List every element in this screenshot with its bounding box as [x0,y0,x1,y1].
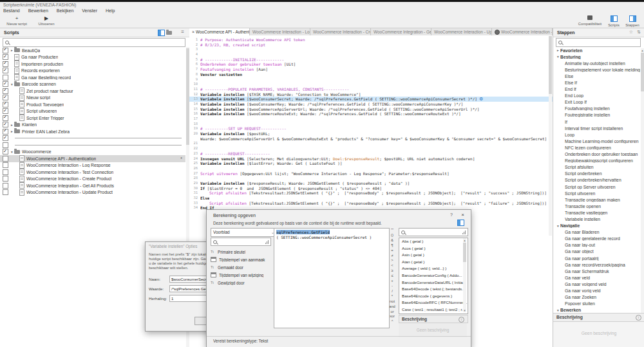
step-item-ga-naar-lay-out[interactable]: Ga naar lay-out [553,242,640,249]
scroll-up-icon[interactable]: ▴ [463,238,466,242]
tab-woocommerce-interaction-log[interactable]: WooCommerce Interaction - Log... [250,28,310,35]
step-item-variabele-instellen[interactable]: Variabele instellen [553,216,640,222]
function-item-base64decode-tekst-bestands[interactable]: Base64Decode ( tekst {; bestands... [399,286,468,293]
script-line[interactable]: 28 [189,176,553,181]
disclosure-triangle-icon[interactable]: ▸ [556,48,560,52]
favorite-star-icon[interactable]: ☆ [629,30,633,35]
calculation-editor[interactable]: sqlPreferences.GetField ( SETTING::wooCo… [274,228,390,328]
script-line[interactable]: 29Variabele instellen [$responseResult; … [189,181,553,186]
context-dropdown[interactable]: Voorblad ⌄ [211,228,276,237]
steps-search[interactable] [556,38,641,47]
include-checkbox[interactable] [3,81,8,87]
operator-[interactable]: - [392,284,393,289]
folder-item[interactable]: ▸BeautiQa [0,47,185,54]
step-item-onderbreken-door-gebruiker-toestaan[interactable]: Onderbreken door gebruiker toestaan [553,151,640,158]
code-scrollbar-thumb[interactable] [549,36,552,94]
disclosure-triangle-icon[interactable]: ▾ [10,82,14,86]
script-line[interactable]: 27Script uitvoeren [Opgegeven:Uit lijst;… [189,171,553,176]
include-checkbox[interactable] [3,54,8,60]
step-item-besturingselement-voor-lokale-meldingen-configu[interactable]: Besturingselement voor lokale meldingen … [553,66,640,73]
function-item-abs-getal[interactable]: Abs ( getal ) [399,238,468,245]
operator-and[interactable]: and [389,305,395,310]
include-checkbox[interactable] [3,75,8,80]
close-tab-icon[interactable]: × [192,30,194,34]
function-search[interactable] [399,228,468,236]
function-item-asin-getal[interactable]: Asin ( getal ) [399,252,468,259]
step-item-ga-naar-schermafdruk[interactable]: Ga naar Schermafdruk [553,268,640,274]
tab-woocommerce-interaction-creat[interactable]: WooCommerce Interaction - Creat... [310,28,371,35]
script-line[interactable]: 20Variabele instellen [$postURL; [189,131,553,136]
disclosure-triangle-icon[interactable]: ▾ [10,150,14,154]
disclosure-triangle-icon[interactable]: ▸ [10,48,14,52]
operator-[interactable]: + [391,279,393,284]
include-checkbox[interactable] [3,129,8,135]
script-line[interactable]: 31Script afsluiten [Tekstresultaat:JSONS… [189,191,553,196]
tab-woocommerce-interaction-upd[interactable]: WooCommerce Interaction - Upd... [431,28,492,35]
function-scrollbar[interactable]: ▴ ▾ [463,238,466,312]
step-item-ga-naar-object[interactable]: Ga naar object [553,249,640,255]
step-section-besturing[interactable]: ▾Besturing [553,53,640,60]
script-line[interactable]: 8Venster vastzetten [189,72,553,77]
step-item-ga-naar-portaalrij[interactable]: Ga naar portaalrij [553,255,640,261]
step-item-ga-naar-bladeren[interactable]: Ga naar Bladeren [553,229,640,236]
step-item-ga-naar-zoeken[interactable]: Ga naar Zoeken [553,294,640,301]
menu-bestand[interactable]: Bestand [3,8,20,13]
script-line[interactable]: 10 [189,82,553,87]
script-line[interactable]: 22 [189,146,553,151]
step-item-transactie-ongedaan-maken[interactable]: Transactie ongedaan maken [553,196,640,203]
function-scrollbar-thumb[interactable] [463,243,466,262]
script-line[interactable]: 17 [189,117,553,122]
script-item[interactable]: Nieuw script [0,95,185,102]
step-item-script-onderbreken[interactable]: Script onderbreken [553,171,640,177]
menu-help[interactable]: Help [106,8,115,13]
script-item[interactable]: Importeren producten [0,61,185,68]
operator-not[interactable]: not [390,299,395,305]
script-line[interactable]: 3 [189,47,553,52]
menu-bewerken[interactable]: Bewerken [28,8,48,13]
step-item-popover-sluiten[interactable]: Popover sluiten [553,301,640,307]
operator-[interactable]: ^ [392,319,393,324]
script-item[interactable]: Script Enter Trigger [0,115,185,122]
step-item-end-loop[interactable]: End Loop [553,93,640,99]
step-item-animatie-lay-outobject-instellen[interactable]: Animatie lay-outobject instellen [553,60,640,66]
function-item-base64encoderfc-rfcnummer[interactable]: Base64EncodeRFC ( RFCNummer... [399,299,468,306]
include-checkbox[interactable] [3,108,8,114]
step-item-else[interactable]: Else [553,73,640,79]
step-item-if[interactable]: If [553,118,640,125]
script-line[interactable]: 2# 8/3/23, RB, created script [189,42,553,48]
step-item-script-uitvoeren[interactable]: Script uitvoeren [553,190,640,196]
script-line[interactable]: 7Foutafvanging instellen [Aan] [189,67,553,72]
tab-woocommerce-integration-get[interactable]: WooCommerce Integration - Get... [371,28,431,35]
function-item-average-veld-veld[interactable]: Average ( veld {; veld...} ) [399,265,468,272]
operator-[interactable]: & [391,238,393,243]
compatibility-button[interactable]: Compatibiliteit [575,15,605,26]
step-item-ga-naar-record-verzoek-pagina[interactable]: Ga naar record/verzoek/pagina [553,261,640,268]
include-checkbox[interactable] [3,61,8,67]
function-item-case-test1-resultaat1-test2-r[interactable]: Case ( test1 ; resultaat1 {; test2 ; r..… [399,306,468,314]
script-line[interactable]: Waarde: $wooCommerceApiServerUrl & $wooC… [189,136,553,142]
run-button[interactable]: ▶ Uitvoeren [33,15,59,26]
script-separator-row[interactable] [0,142,185,149]
search-options-icon[interactable] [265,240,269,244]
step-item-interval-timer-script-installeren[interactable]: Interval timer script installeren [553,125,640,131]
step-item-regiobewakingsscript-configureren[interactable]: Regiobewakingsscript configureren [553,158,640,164]
info-icon[interactable]: i [459,317,464,323]
step-item-end-if[interactable]: End If [553,86,640,93]
close-icon[interactable]: × [461,212,464,218]
include-checkbox[interactable] [3,68,8,73]
operator-[interactable]: "" [391,228,393,233]
include-checkbox[interactable] [3,95,8,100]
script-line[interactable]: 30If [$lastError = 0 and JSONGetElement … [189,186,553,191]
scroll-up-icon[interactable]: ▴ [641,48,644,52]
script-line[interactable]: 21 [189,141,553,146]
script-item[interactable]: WooCommerce Interaction - Test Connectio… [0,169,185,176]
script-item[interactable]: Ga naar Producten [0,54,185,61]
script-line[interactable]: 5# ------------INITIALIZE------------ [189,57,553,62]
step-item-script-onderbreken-hervatten[interactable]: Script onderbreken/hervatten [553,177,640,183]
folder-item[interactable]: ▸Printer EAN Label Zebra [0,128,185,135]
step-item-script-afsluiten[interactable]: Script afsluiten [553,164,640,171]
script-separator-row[interactable] [0,135,185,142]
field-search[interactable] [211,238,271,246]
include-checkbox[interactable] [3,115,8,121]
include-checkbox[interactable] [3,189,8,195]
